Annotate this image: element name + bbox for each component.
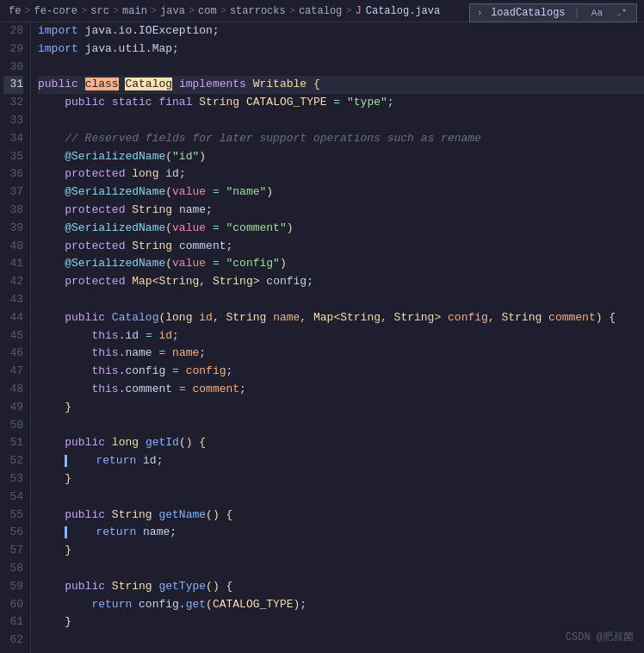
code-line-53: }	[38, 470, 644, 488]
line-28: 28	[3, 22, 23, 40]
line-56: 56	[3, 524, 23, 542]
search-aa-button[interactable]: Aa	[589, 8, 605, 18]
code-line-29: import java.util.Map;	[38, 40, 644, 59]
code-line-36: protected long id;	[38, 165, 644, 183]
line-48: 48	[3, 381, 23, 399]
breadcrumb-filename[interactable]: Catalog.java	[366, 5, 440, 17]
code-line-48: this.comment = comment;	[38, 381, 644, 399]
breadcrumb-fecore[interactable]: fe-core	[34, 5, 77, 17]
line-49: 49	[3, 399, 23, 417]
line-46: 46	[3, 345, 23, 363]
code-line-61: }	[38, 613, 644, 631]
line-58: 58	[3, 560, 23, 578]
line-55: 55	[3, 507, 23, 525]
code-line-62	[38, 631, 644, 650]
line-40: 40	[3, 238, 23, 256]
code-line-31: public class Catalog implements Writable…	[38, 76, 644, 94]
search-regex-button[interactable]: .*	[614, 9, 629, 18]
line-39: 39	[3, 220, 23, 238]
code-line-30	[38, 59, 644, 77]
line-33: 33	[3, 112, 23, 130]
code-line-28: import java.io.IOException;	[38, 22, 644, 40]
breadcrumb-main[interactable]: main	[122, 5, 147, 17]
code-line-47: this.config = config;	[38, 363, 644, 381]
code-line-43	[38, 291, 644, 309]
code-line-44: public Catalog(long id, String name, Map…	[38, 309, 644, 327]
code-line-46: this.name = name;	[38, 345, 644, 363]
code-line-35: @SerializedName("id")	[38, 148, 644, 166]
line-29: 29	[3, 40, 23, 59]
line-30: 30	[3, 59, 23, 77]
code-line-32: public static final String CATALOG_TYPE …	[38, 94, 644, 112]
breadcrumb-java[interactable]: java	[160, 5, 185, 17]
code-area[interactable]: import java.io.IOException; import java.…	[31, 22, 644, 653]
breadcrumb-file-icon: J	[356, 5, 362, 17]
code-line-58	[38, 560, 644, 578]
line-52: 52	[3, 452, 23, 470]
line-63: 63	[3, 650, 23, 653]
line-60: 60	[3, 596, 23, 614]
line-53: 53	[3, 470, 23, 488]
breadcrumb-fe[interactable]: fe	[9, 5, 21, 17]
code-line-54	[38, 488, 644, 507]
code-line-34: // Reserved fields for later support ope…	[38, 130, 644, 148]
code-line-40: protected String comment;	[38, 238, 644, 256]
code-line-37: @SerializedName(value = "name")	[38, 183, 644, 202]
line-47: 47	[3, 363, 23, 381]
line-36: 36	[3, 165, 23, 183]
line-45: 45	[3, 327, 23, 345]
code-line-51: public long getId() {	[38, 434, 644, 452]
editor: 28 29 30 31 32 33 34 35 36 37 38 39 40 4…	[0, 22, 644, 653]
search-chevron-icon[interactable]: ›	[477, 9, 482, 18]
line-57: 57	[3, 542, 23, 560]
code-line-50	[38, 417, 644, 435]
code-line-39: @SerializedName(value = "comment")	[38, 220, 644, 238]
code-line-55: public String getName() {	[38, 507, 644, 525]
line-43: 43	[3, 291, 23, 309]
breadcrumb: fe > fe-core > src > main > java > com >…	[0, 0, 644, 22]
line-42: 42	[3, 273, 23, 291]
code-line-33	[38, 112, 644, 130]
code-line-57: }	[38, 542, 644, 560]
code-line-45: this.id = id;	[38, 327, 644, 345]
line-38: 38	[3, 202, 23, 220]
breadcrumb-starrocks[interactable]: starrocks	[230, 5, 286, 17]
line-50: 50	[3, 417, 23, 435]
search-term-display: loadCatalogs	[491, 7, 565, 19]
line-41: 41	[3, 255, 23, 273]
line-59: 59	[3, 578, 23, 596]
line-34: 34	[3, 130, 23, 148]
search-widget[interactable]: › loadCatalogs | Aa .*	[469, 3, 637, 22]
line-numbers: 28 29 30 31 32 33 34 35 36 37 38 39 40 4…	[0, 22, 31, 653]
line-54: 54	[3, 488, 23, 507]
line-32: 32	[3, 94, 23, 112]
line-37: 37	[3, 183, 23, 202]
code-line-41: @SerializedName(value = "config")	[38, 255, 644, 273]
breadcrumb-com[interactable]: com	[198, 5, 217, 17]
code-line-59: public String getType() {	[38, 578, 644, 596]
breadcrumb-catalog[interactable]: catalog	[299, 5, 342, 17]
line-35: 35	[3, 148, 23, 166]
code-line-42: protected Map<String, String> config;	[38, 273, 644, 291]
search-divider: |	[574, 7, 580, 19]
code-line-38: protected String name;	[38, 202, 644, 220]
code-line-63: public Map<String, String> getConfig() {	[38, 650, 644, 653]
line-61: 61	[3, 613, 23, 631]
line-51: 51	[3, 434, 23, 452]
code-line-56: return name;	[38, 524, 644, 542]
watermark: CSDN @肥叔菌	[566, 630, 634, 646]
code-line-60: return config.get(CATALOG_TYPE);	[38, 596, 644, 614]
breadcrumb-src[interactable]: src	[90, 5, 109, 17]
line-62: 62	[3, 631, 23, 650]
code-line-52: return id;	[38, 452, 644, 470]
line-44: 44	[3, 309, 23, 327]
code-line-49: }	[38, 399, 644, 417]
line-31: 31	[3, 76, 23, 94]
